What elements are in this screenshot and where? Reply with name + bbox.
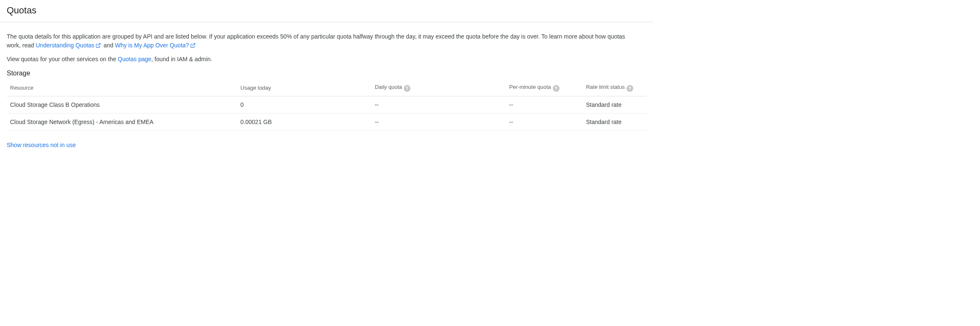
intro-paragraph-1: The quota details for this application a…: [7, 32, 635, 51]
intro-paragraph-2: View quotas for your other services on t…: [7, 55, 635, 64]
cell-permin: --: [506, 96, 583, 114]
col-header-daily: Daily quota?: [371, 80, 506, 96]
cell-resource: Cloud Storage Class B Operations: [7, 96, 237, 114]
cell-daily: --: [371, 96, 506, 114]
help-icon[interactable]: ?: [627, 85, 633, 92]
intro-text-2a: View quotas for your other services on t…: [7, 56, 118, 62]
cell-rate: Standard rate: [583, 114, 647, 131]
col-header-permin: Per-minute quota?: [506, 80, 583, 96]
help-icon[interactable]: ?: [553, 85, 560, 92]
over-quota-link[interactable]: Why is My App Over Quota?: [115, 42, 196, 49]
cell-usage: 0: [237, 96, 371, 114]
cell-resource: Cloud Storage Network (Egress) - America…: [7, 114, 237, 131]
svg-line-0: [98, 44, 101, 46]
cell-rate: Standard rate: [583, 96, 647, 114]
content-area: The quota details for this application a…: [0, 22, 653, 157]
table-row: Cloud Storage Class B Operations 0 -- --…: [7, 96, 647, 114]
intro-text-1b: and: [102, 42, 115, 49]
intro-text: The quota details for this application a…: [7, 32, 635, 64]
cell-daily: --: [371, 114, 506, 131]
external-link-icon: [95, 42, 101, 51]
col-header-rate: Rate limit status?: [583, 80, 647, 96]
show-resources-link[interactable]: Show resources not in use: [7, 142, 76, 148]
svg-line-1: [193, 44, 195, 46]
help-icon[interactable]: ?: [404, 85, 410, 92]
understanding-quotas-link[interactable]: Understanding Quotas: [36, 42, 102, 49]
page-title: Quotas: [7, 5, 647, 16]
table-row: Cloud Storage Network (Egress) - America…: [7, 114, 647, 131]
table-header-row: Resource Usage today Daily quota? Per-mi…: [7, 80, 647, 96]
quota-table: Resource Usage today Daily quota? Per-mi…: [7, 80, 647, 131]
cell-usage: 0.00021 GB: [237, 114, 371, 131]
intro-text-2b: , found in IAM & admin.: [151, 56, 212, 62]
cell-permin: --: [506, 114, 583, 131]
page-header: Quotas: [0, 0, 653, 22]
col-header-usage: Usage today: [237, 80, 371, 96]
quotas-page-link[interactable]: Quotas page: [118, 56, 151, 62]
col-header-resource: Resource: [7, 80, 237, 96]
section-title-storage: Storage: [7, 70, 647, 77]
external-link-icon: [190, 42, 196, 51]
